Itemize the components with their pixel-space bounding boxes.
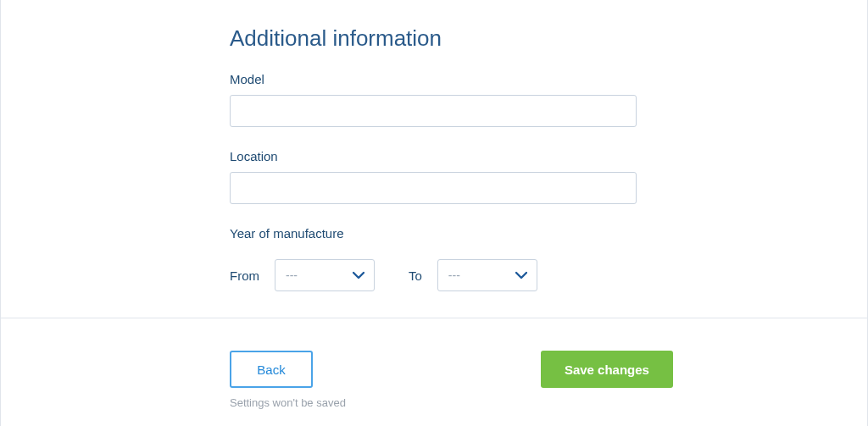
section-heading: Additional information — [230, 25, 867, 52]
year-from-select[interactable]: --- — [275, 259, 375, 291]
back-helper-text: Settings won't be saved — [230, 396, 346, 409]
to-select-wrapper: --- — [437, 259, 537, 291]
to-label: To — [409, 268, 422, 283]
footer-bar: Back Settings won't be saved Save change… — [1, 318, 867, 426]
from-select-wrapper: --- — [275, 259, 375, 291]
location-input[interactable] — [230, 172, 637, 204]
model-field-group: Model — [230, 72, 867, 127]
location-label: Location — [230, 149, 867, 163]
back-button[interactable]: Back — [230, 351, 313, 388]
back-block: Back Settings won't be saved — [230, 351, 346, 409]
year-to-select[interactable]: --- — [437, 259, 537, 291]
year-range-row: From --- To --- — [230, 259, 867, 291]
form-area: Additional information Model Location Ye… — [1, 0, 867, 318]
model-label: Model — [230, 72, 867, 86]
year-section: Year of manufacture From --- To — [230, 226, 867, 291]
save-changes-button[interactable]: Save changes — [541, 351, 673, 388]
year-of-manufacture-label: Year of manufacture — [230, 226, 867, 241]
form-panel: Additional information Model Location Ye… — [0, 0, 868, 426]
location-field-group: Location — [230, 149, 867, 204]
from-label: From — [230, 268, 259, 283]
model-input[interactable] — [230, 95, 637, 127]
